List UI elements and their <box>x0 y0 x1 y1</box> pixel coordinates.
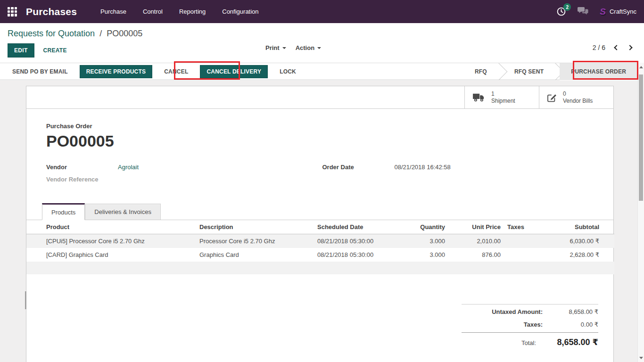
menu-reporting[interactable]: Reporting <box>179 8 206 15</box>
cell-product: [CPUi5] Processor Core i5 2.70 Ghz <box>26 234 198 248</box>
navbar-right: 2 S CraftSync <box>556 7 636 17</box>
user-menu[interactable]: S CraftSync <box>600 7 636 16</box>
vendor-reference-field-row: Vendor Reference <box>46 176 322 183</box>
cell-scheduled-date: 08/21/2018 05:30:00 <box>315 248 400 262</box>
field-group: Vendor Agrolait Vendor Reference Order D… <box>46 164 598 188</box>
table-header-row: Product Description Scheduled Date Quant… <box>26 220 614 234</box>
pager-previous-icon[interactable] <box>614 45 619 50</box>
col-product: Product <box>26 220 198 234</box>
shipment-label: Shipment <box>491 98 515 105</box>
truck-icon <box>472 93 486 102</box>
shipment-smart-button[interactable]: 1 Shipment <box>464 86 539 108</box>
cell-product: [CARD] Graphics Card <box>26 248 198 262</box>
total-row: Total: 8,658.00 ₹ <box>462 332 598 350</box>
col-unit-price: Unit Price <box>447 220 503 234</box>
cell-quantity: 3.000 <box>400 248 447 262</box>
messages-icon[interactable] <box>578 7 588 17</box>
page-title: PO00005 <box>46 131 598 151</box>
table-row[interactable]: [CARD] Graphics Card Graphics Card 08/21… <box>26 248 614 262</box>
status-widget: RFQ RFQ SENT PURCHASE ORDER <box>463 63 637 80</box>
control-panel-buttons: EDIT CREATE <box>8 43 71 58</box>
action-menus: Print Action <box>265 44 321 51</box>
empty-table-row[interactable] <box>26 262 614 274</box>
breadcrumb-parent-link[interactable]: Requests for Quotation <box>8 29 95 38</box>
scrollbar-thumb[interactable] <box>639 74 643 201</box>
print-dropdown[interactable]: Print <box>265 44 286 51</box>
menu-configuration[interactable]: Configuration <box>222 8 258 15</box>
top-menu: Purchase Control Reporting Configuration <box>100 8 259 15</box>
edit-button[interactable]: EDIT <box>8 43 34 58</box>
cell-unit-price: 2,010.00 <box>447 234 503 248</box>
vertical-scrollbar[interactable] <box>637 63 644 362</box>
col-quantity: Quantity <box>400 220 447 234</box>
scrollbar-up-icon[interactable] <box>638 64 644 70</box>
order-date-field-row: Order Date 08/21/2018 16:42:58 <box>322 164 599 171</box>
breadcrumb: Requests for Quotation / PO00005 <box>8 29 142 39</box>
breadcrumb-separator: / <box>99 29 102 38</box>
print-label: Print <box>265 44 280 51</box>
tab-products[interactable]: Products <box>42 203 85 220</box>
col-description: Description <box>198 220 315 234</box>
col-subtotal: Subtotal <box>531 220 614 234</box>
statusbar: SEND PO BY EMAIL RECEIVE PRODUCTS CANCEL… <box>0 63 644 80</box>
breadcrumb-current: PO00005 <box>107 29 142 38</box>
lock-button[interactable]: LOCK <box>275 66 301 78</box>
vendor-value-link[interactable]: Agrolait <box>118 164 139 171</box>
create-button[interactable]: CREATE <box>39 44 71 57</box>
action-dropdown[interactable]: Action <box>296 44 321 51</box>
taxes-row: Taxes: 0.00 ₹ <box>462 318 598 331</box>
inner-scrollbar-fragment <box>25 291 26 309</box>
pencil-square-icon <box>546 92 558 103</box>
activities-clock-icon[interactable]: 2 <box>556 7 566 16</box>
order-lines-table: Product Description Scheduled Date Quant… <box>26 220 614 274</box>
cell-unit-price: 876.00 <box>447 248 503 262</box>
pager-count[interactable]: 2 / 6 <box>593 44 605 51</box>
tab-deliveries-invoices[interactable]: Deliveries & Invoices <box>85 204 161 220</box>
cell-subtotal: 6,030.00 ₹ <box>531 234 614 248</box>
cancel-button[interactable]: CANCEL <box>159 66 193 78</box>
smart-button-box: 1 Shipment 0 Vendor Bills <box>26 86 613 109</box>
cell-quantity: 3.000 <box>400 234 447 248</box>
cell-subtotal: 2,628.00 ₹ <box>531 248 614 262</box>
vendor-bills-count: 0 <box>563 90 593 98</box>
vendor-label: Vendor <box>46 164 118 171</box>
cell-taxes <box>503 248 531 262</box>
company-name: CraftSync <box>610 8 636 15</box>
table-row[interactable]: [CPUi5] Processor Core i5 2.70 Ghz Proce… <box>26 234 614 248</box>
taxes-value: 0.00 ₹ <box>543 321 598 328</box>
top-navbar: Purchases Purchase Control Reporting Con… <box>0 0 644 23</box>
cell-description: Graphics Card <box>198 248 315 262</box>
record-pager: 2 / 6 <box>593 44 632 51</box>
col-taxes: Taxes <box>503 220 531 234</box>
menu-control[interactable]: Control <box>143 8 163 15</box>
purchases-form-page: Purchases Purchase Control Reporting Con… <box>0 0 644 362</box>
total-label: Total: <box>462 339 536 346</box>
vendor-bills-smart-button[interactable]: 0 Vendor Bills <box>539 86 613 108</box>
scrollbar-down-icon[interactable] <box>638 355 644 361</box>
send-po-by-email-button[interactable]: SEND PO BY EMAIL <box>8 66 73 78</box>
state-purchase-order[interactable]: PURCHASE ORDER <box>560 63 637 80</box>
apps-grid-icon[interactable] <box>8 7 17 16</box>
vendor-reference-label: Vendor Reference <box>46 176 118 183</box>
order-date-value: 08/21/2018 16:42:58 <box>395 164 451 171</box>
notebook-tabs: Products Deliveries & Invoices <box>26 203 613 220</box>
cancel-delivery-button[interactable]: CANCEL DELIVERY <box>200 65 268 78</box>
untaxed-amount-label: Untaxed Amount: <box>462 308 543 315</box>
app-title[interactable]: Purchases <box>26 6 77 17</box>
totals-block: Untaxed Amount: 8,658.00 ₹ Taxes: 0.00 ₹… <box>462 304 598 350</box>
cell-description: Processor Core i5 2.70 Ghz <box>198 234 315 248</box>
taxes-label: Taxes: <box>462 321 543 328</box>
cell-taxes <box>503 234 531 248</box>
cell-scheduled-date: 08/21/2018 05:30:00 <box>315 234 400 248</box>
receive-products-button[interactable]: RECEIVE PRODUCTS <box>80 65 153 78</box>
caret-down-icon <box>317 47 321 49</box>
total-value: 8,658.00 ₹ <box>536 337 598 347</box>
menu-purchase[interactable]: Purchase <box>100 8 126 15</box>
untaxed-amount-row: Untaxed Amount: 8,658.00 ₹ <box>462 304 598 318</box>
state-arrow-separator <box>555 63 560 80</box>
pager-next-icon[interactable] <box>627 45 632 50</box>
untaxed-amount-value: 8,658.00 ₹ <box>543 308 598 315</box>
shipment-count: 1 <box>491 90 515 98</box>
company-logo-icon: S <box>600 7 606 16</box>
col-scheduled-date: Scheduled Date <box>315 220 400 234</box>
